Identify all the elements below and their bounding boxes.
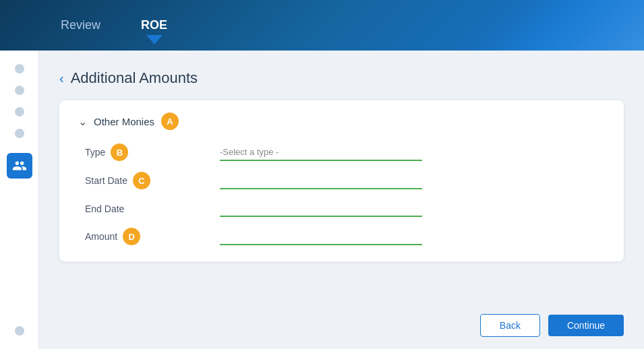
end-date-label: End Date: [85, 203, 220, 214]
sidebar-dot-2: [15, 86, 24, 95]
footer-actions: Back Continue: [480, 314, 624, 337]
start-date-input[interactable]: [220, 172, 422, 189]
type-row: Type B: [85, 144, 605, 161]
sidebar-people-button[interactable]: [7, 153, 32, 179]
start-date-row: Start Date C: [85, 172, 605, 189]
main-content: ‹ Additional Amounts ⌄ Other Monies A Ty…: [39, 51, 644, 349]
additional-amounts-card: ⌄ Other Monies A Type B Start Date C: [59, 100, 624, 261]
people-icon: [12, 158, 27, 173]
type-input[interactable]: [220, 144, 422, 161]
field-badge-b: B: [111, 144, 128, 161]
end-date-input[interactable]: [220, 200, 422, 217]
continue-button[interactable]: Continue: [548, 315, 624, 336]
back-button[interactable]: Back: [480, 314, 540, 337]
sidebar: [0, 51, 39, 349]
end-date-field-wrapper[interactable]: [220, 200, 422, 217]
amount-input[interactable]: [220, 228, 422, 245]
back-arrow-icon[interactable]: ‹: [59, 71, 64, 86]
section-badge-a: A: [161, 113, 179, 130]
top-nav: Review ROE: [0, 0, 644, 51]
field-badge-d: D: [123, 228, 140, 245]
field-badge-c: C: [133, 172, 150, 189]
form-grid: Type B Start Date C En: [78, 144, 605, 245]
sidebar-dot-bottom: [15, 326, 24, 336]
page-header: ‹ Additional Amounts: [59, 69, 624, 87]
start-date-field-wrapper[interactable]: [220, 172, 422, 189]
amount-row: Amount D: [85, 228, 605, 245]
amount-label: Amount D: [85, 228, 220, 245]
end-date-row: End Date: [85, 200, 605, 217]
amount-field-wrapper[interactable]: [220, 228, 422, 245]
sidebar-dot-1: [15, 64, 24, 73]
chevron-down-icon: ⌄: [78, 115, 87, 128]
sidebar-dot-4: [15, 129, 24, 138]
tab-review[interactable]: Review: [40, 18, 121, 32]
page-title: Additional Amounts: [71, 69, 198, 87]
type-label: Type B: [85, 144, 220, 161]
start-date-label: Start Date C: [85, 172, 220, 189]
sidebar-dot-3: [15, 107, 24, 117]
section-header[interactable]: ⌄ Other Monies A: [78, 113, 605, 130]
tab-roe[interactable]: ROE: [121, 18, 187, 32]
section-title: Other Monies: [94, 116, 154, 127]
type-field-wrapper[interactable]: [220, 144, 422, 161]
